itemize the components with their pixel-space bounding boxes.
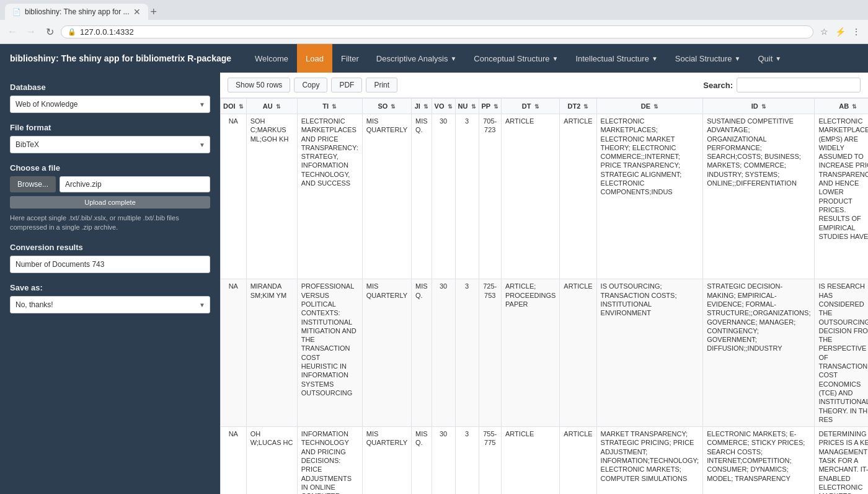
nav-welcome-label: Welcome xyxy=(255,54,288,63)
nav-intellectual-label: Intellectual Structure xyxy=(575,54,649,63)
file-format-select[interactable]: BibTeX ISI CSV xyxy=(10,136,210,153)
col-header-doi[interactable]: DOI ⇅ xyxy=(221,99,247,114)
col-header-ji[interactable]: JI ⇅ xyxy=(412,99,432,114)
cell-doi: NA xyxy=(221,279,247,427)
cell-au: SOH C;MARKUS ML;GOH KH xyxy=(246,114,297,279)
cell-ab: IS RESEARCH HAS CONSIDERED THE OUTSOURCI… xyxy=(815,279,868,427)
forward-button[interactable]: → xyxy=(24,24,38,39)
col-header-dt[interactable]: DT ⇅ xyxy=(502,99,560,114)
cell-ti: INFORMATION TECHNOLOGY AND PRICING DECIS… xyxy=(297,427,362,494)
cell-vo: 30 xyxy=(432,279,455,427)
browser-action-buttons: ☆ ⚡ ⋮ xyxy=(817,25,863,38)
col-header-de[interactable]: DE ⇅ xyxy=(596,99,703,114)
browser-tabs: 📄 biblioshiny: The shiny app for ... ✕ + xyxy=(0,0,868,20)
table-row: NAOH W;LUCAS HCINFORMATION TECHNOLOGY AN… xyxy=(221,427,869,494)
cell-au: OH W;LUCAS HC xyxy=(246,427,297,494)
file-format-section: File format BibTeX ISI CSV xyxy=(10,123,210,153)
search-input[interactable] xyxy=(737,78,861,92)
file-description: Here accept single .txt/.bib/.xslx, or m… xyxy=(10,213,210,233)
browser-toolbar: ← → ↻ 🔒 127.0.0.1:4332 ☆ ⚡ ⋮ xyxy=(0,20,868,43)
nav-social-label: Social Structure xyxy=(675,54,732,63)
content-area: Show 50 rows Copy PDF Print Search: DOI … xyxy=(220,73,868,494)
nav-item-quit[interactable]: Quit ▼ xyxy=(749,44,790,73)
pp-sort-icon: ⇅ xyxy=(494,104,498,110)
reload-button[interactable]: ↻ xyxy=(42,24,57,39)
conversion-section: Conversion results Number of Documents 7… xyxy=(10,243,210,273)
search-label: Search: xyxy=(703,81,733,90)
conversion-result-display: Number of Documents 743 xyxy=(10,256,210,273)
back-button[interactable]: ← xyxy=(5,24,20,39)
header-row: DOI ⇅ AU ⇅ TI ⇅ SO ⇅ JI ⇅ VO ⇅ NU ⇅ PP ⇅… xyxy=(221,99,869,114)
so-sort-icon: ⇅ xyxy=(391,104,396,110)
col-header-ab[interactable]: AB ⇅ xyxy=(815,99,868,114)
intellectual-caret-icon: ▼ xyxy=(652,55,658,62)
cell-au: MIRANDA SM;KIM YM xyxy=(246,279,297,427)
tab-close-button[interactable]: ✕ xyxy=(133,7,141,17)
browse-row: Browse... Archive.zip xyxy=(10,176,210,192)
nu-sort-icon: ⇅ xyxy=(471,104,476,110)
col-header-au[interactable]: AU ⇅ xyxy=(246,99,297,114)
nav-item-conceptual[interactable]: Conceptual Structure ▼ xyxy=(465,44,567,73)
au-sort-icon: ⇅ xyxy=(276,104,281,110)
cell-ab: ELECTRONIC MARKETPLACES (EMPS) ARE WIDEL… xyxy=(815,114,868,279)
data-table-wrapper: DOI ⇅ AU ⇅ TI ⇅ SO ⇅ JI ⇅ VO ⇅ NU ⇅ PP ⇅… xyxy=(220,98,868,494)
save-as-select-wrapper: No, thanks! Save as BibTeX Save as CSV xyxy=(10,296,210,313)
col-header-id[interactable]: ID ⇅ xyxy=(703,99,815,114)
dt2-sort-icon: ⇅ xyxy=(583,104,588,110)
col-header-so[interactable]: SO ⇅ xyxy=(362,99,411,114)
col-header-vo[interactable]: VO ⇅ xyxy=(432,99,455,114)
nav-descriptive-label: Descriptive Analysis xyxy=(376,54,448,63)
active-tab[interactable]: 📄 biblioshiny: The shiny app for ... ✕ xyxy=(5,4,148,20)
nav-filter-label: Filter xyxy=(341,54,359,63)
choose-file-section: Choose a file Browse... Archive.zip Uplo… xyxy=(10,163,210,233)
descriptive-caret-icon: ▼ xyxy=(450,55,456,62)
show-rows-button[interactable]: Show 50 rows xyxy=(228,78,290,92)
social-caret-icon: ▼ xyxy=(735,55,741,62)
nav-item-load[interactable]: Load xyxy=(297,44,332,73)
url-display: 127.0.0.1:4332 xyxy=(80,27,134,37)
nav-item-intellectual[interactable]: Intellectual Structure ▼ xyxy=(567,44,666,73)
table-header: DOI ⇅ AU ⇅ TI ⇅ SO ⇅ JI ⇅ VO ⇅ NU ⇅ PP ⇅… xyxy=(221,99,869,114)
copy-button[interactable]: Copy xyxy=(294,78,327,92)
cell-nu: 3 xyxy=(455,279,479,427)
security-icon: 🔒 xyxy=(68,28,76,36)
cell-vo: 30 xyxy=(432,427,455,494)
nav-item-social[interactable]: Social Structure ▼ xyxy=(666,44,750,73)
browse-button[interactable]: Browse... xyxy=(10,176,56,192)
nav-item-filter[interactable]: Filter xyxy=(332,44,368,73)
upload-progress-label: Upload complete xyxy=(84,199,136,206)
file-format-select-wrapper: BibTeX ISI CSV xyxy=(10,136,210,153)
col-header-nu[interactable]: NU ⇅ xyxy=(455,99,479,114)
cell-de: MARKET TRANSPARENCY; STRATEGIC PRICING; … xyxy=(596,427,703,494)
browser-chrome: 📄 biblioshiny: The shiny app for ... ✕ +… xyxy=(0,0,868,44)
cell-dt: ARTICLE xyxy=(502,427,560,494)
ab-sort-icon: ⇅ xyxy=(852,104,857,110)
database-select-wrapper: Web of Knowledge Scopus PubMed xyxy=(10,96,210,113)
cell-so: MIS QUARTERLY xyxy=(362,427,411,494)
pdf-button[interactable]: PDF xyxy=(331,78,362,92)
nav-quit-label: Quit xyxy=(758,54,773,63)
new-tab-button[interactable]: + xyxy=(151,6,157,19)
menu-button[interactable]: ⋮ xyxy=(849,25,863,38)
toolbar: Show 50 rows Copy PDF Print Search: xyxy=(220,73,868,98)
save-as-select[interactable]: No, thanks! Save as BibTeX Save as CSV xyxy=(10,296,210,313)
print-button[interactable]: Print xyxy=(366,78,397,92)
extensions-button[interactable]: ⚡ xyxy=(833,25,847,38)
filename-display: Archive.zip xyxy=(60,176,210,192)
address-bar[interactable]: 🔒 127.0.0.1:4332 xyxy=(61,25,813,38)
vo-sort-icon: ⇅ xyxy=(448,104,453,110)
search-area: Search: xyxy=(703,78,861,92)
id-sort-icon: ⇅ xyxy=(761,104,766,110)
de-sort-icon: ⇅ xyxy=(653,104,658,110)
col-header-dt2[interactable]: DT2 ⇅ xyxy=(560,99,596,114)
bookmark-button[interactable]: ☆ xyxy=(817,25,831,38)
database-select[interactable]: Web of Knowledge Scopus PubMed xyxy=(10,96,210,113)
cell-dt2: ARTICLE xyxy=(560,427,596,494)
nav-item-welcome[interactable]: Welcome xyxy=(246,44,297,73)
nav-item-descriptive[interactable]: Descriptive Analysis ▼ xyxy=(368,44,466,73)
file-format-label: File format xyxy=(10,123,210,132)
col-header-ti[interactable]: TI ⇅ xyxy=(297,99,362,114)
col-header-pp[interactable]: PP ⇅ xyxy=(479,99,502,114)
cell-de: IS OUTSOURCING; TRANSACTION COSTS; INSTI… xyxy=(596,279,703,427)
app-header: biblioshiny: The shiny app for bibliomet… xyxy=(0,44,868,73)
